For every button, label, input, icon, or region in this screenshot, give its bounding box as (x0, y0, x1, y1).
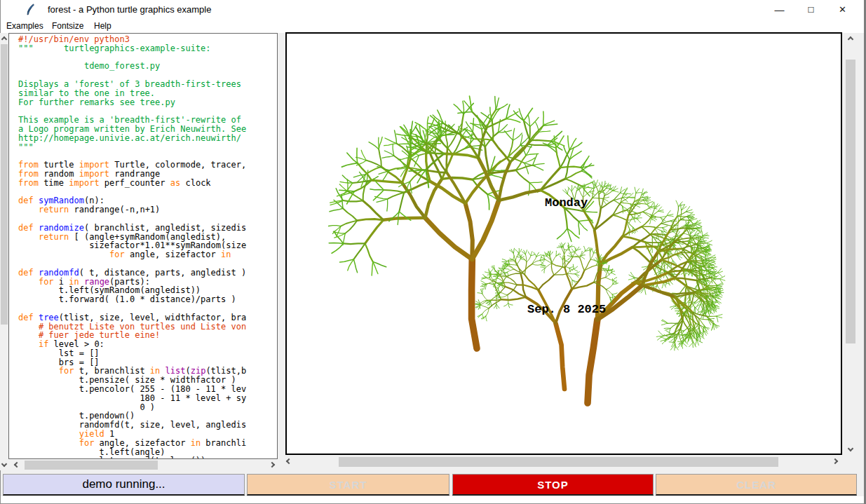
title-bar: forest - a Python turtle graphics exampl… (1, 0, 865, 20)
menu-bar: Examples Fontsize Help (1, 20, 865, 33)
canvas-scroll-right-icon[interactable] (831, 457, 839, 465)
turtle-canvas: MondaySep. 8 2025 (285, 32, 842, 455)
canvas-scroll-left-icon[interactable] (285, 457, 293, 465)
code-vscroll-thumb[interactable] (1, 44, 8, 325)
close-icon[interactable]: ✕ (827, 0, 858, 20)
canvas-label: Sep. 8 2025 (527, 303, 606, 316)
clear-button[interactable]: CLEAR (656, 474, 857, 496)
code-horizontal-scrollbar[interactable] (11, 460, 278, 470)
code-vertical-scrollbar[interactable] (0, 33, 8, 470)
canvas-hscroll-thumb[interactable] (339, 457, 778, 467)
maximize-icon[interactable]: ☐ (795, 0, 827, 20)
menu-fontsize[interactable]: Fontsize (48, 20, 88, 33)
window-bottom-strip (1, 496, 865, 503)
canvas-scroll-up-icon[interactable] (846, 35, 855, 43)
scroll-left-icon[interactable] (13, 461, 21, 469)
canvas-scroll-down-icon[interactable] (846, 444, 855, 453)
stop-button[interactable]: STOP (452, 474, 654, 496)
menu-examples[interactable]: Examples (2, 20, 48, 33)
canvas-vscroll-thumb[interactable] (846, 60, 855, 343)
code-text: #!/usr/bin/env python3""" turtlegraphics… (9, 34, 277, 459)
canvas-horizontal-scrollbar[interactable] (283, 456, 841, 468)
window-title: forest - a Python turtle graphics exampl… (48, 0, 211, 20)
canvas-vertical-scrollbar[interactable] (844, 33, 857, 455)
start-button[interactable]: START (247, 474, 449, 496)
forest-drawing: MondaySep. 8 2025 (287, 34, 841, 454)
scroll-up-icon[interactable] (0, 35, 8, 43)
app-window: forest - a Python turtle graphics exampl… (0, 0, 866, 504)
status-label: demo running... (3, 474, 245, 496)
scroll-right-icon[interactable] (268, 461, 276, 469)
minimize-icon[interactable]: — (764, 0, 795, 20)
feather-icon (25, 4, 36, 16)
scroll-down-icon[interactable] (0, 460, 8, 468)
menu-help[interactable]: Help (90, 20, 116, 33)
code-view[interactable]: #!/usr/bin/env python3""" turtlegraphics… (8, 33, 278, 459)
canvas-label: Monday (545, 196, 588, 210)
code-hscroll-thumb[interactable] (25, 461, 158, 470)
